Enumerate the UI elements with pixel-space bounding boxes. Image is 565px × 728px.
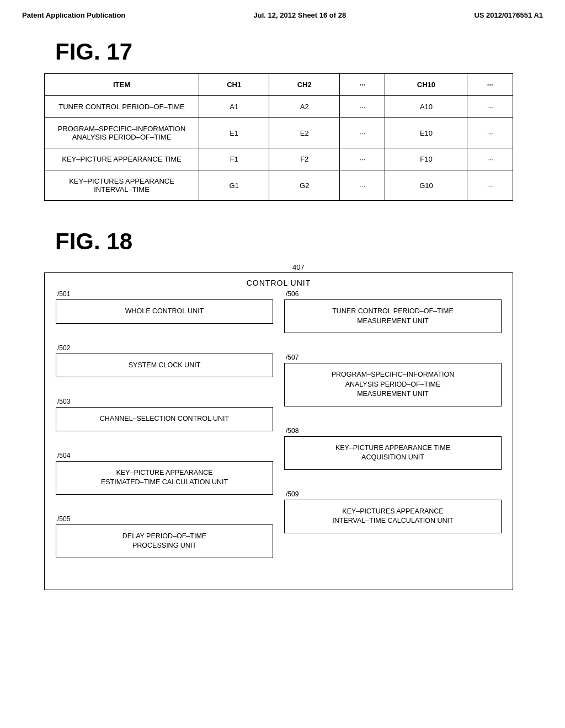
unit-box-504: KEY–PICTURE APPEARANCE ESTIMATED–TIME CA… — [56, 461, 273, 495]
unit-wrapper-508: /508KEY–PICTURE APPEARANCE TIME ACQUISIT… — [284, 427, 502, 477]
cell-r1-c0: PROGRAM–SPECIFIC–INFORMATION ANALYSIS PE… — [45, 118, 199, 148]
fig18-outer-box: CONTROL UNIT /501WHOLE CONTROL UNIT/502S… — [44, 272, 513, 590]
unit-number-508: /508 — [286, 427, 502, 435]
cell-r3-c3: ··· — [339, 170, 385, 201]
unit-box-506: TUNER CONTROL PERIOD–OF–TIME MEASUREMENT… — [284, 299, 502, 333]
cell-r0-c1: A1 — [199, 96, 269, 118]
fig18-section: FIG. 18 407 CONTROL UNIT /501WHOLE CONTR… — [22, 228, 543, 590]
unit-wrapper-506: /506TUNER CONTROL PERIOD–OF–TIME MEASURE… — [284, 290, 502, 340]
table-row: PROGRAM–SPECIFIC–INFORMATION ANALYSIS PE… — [45, 118, 513, 148]
unit-wrapper-501: /501WHOLE CONTROL UNIT — [56, 290, 273, 330]
cell-r0-c3: ··· — [339, 96, 385, 118]
fig18-label-407: 407 — [292, 263, 543, 271]
unit-wrapper-503: /503CHANNEL–SELECTION CONTROL UNIT — [56, 398, 273, 438]
unit-box-505: DELAY PERIOD–OF–TIME PROCESSING UNIT — [56, 524, 273, 558]
fig18-right-column: /506TUNER CONTROL PERIOD–OF–TIME MEASURE… — [284, 290, 502, 579]
control-unit-label: CONTROL UNIT — [45, 273, 513, 290]
fig18-columns: /501WHOLE CONTROL UNIT/502SYSTEM CLOCK U… — [45, 290, 513, 579]
unit-box-502: SYSTEM CLOCK UNIT — [56, 354, 273, 378]
unit-number-502: /502 — [57, 344, 273, 352]
cell-r2-c4: F10 — [385, 148, 467, 170]
table-row: KEY–PICTURES APPEARANCE INTERVAL–TIMEG1G… — [45, 170, 513, 201]
table-row: KEY–PICTURE APPEARANCE TIMEF1F2···F10··· — [45, 148, 513, 170]
col-ch10: CH10 — [385, 74, 467, 96]
cell-r3-c1: G1 — [199, 170, 269, 201]
cell-r2-c1: F1 — [199, 148, 269, 170]
unit-wrapper-504: /504KEY–PICTURE APPEARANCE ESTIMATED–TIM… — [56, 452, 273, 501]
cell-r1-c5: ··· — [467, 118, 513, 148]
unit-box-501: WHOLE CONTROL UNIT — [56, 299, 273, 324]
cell-r1-c2: E2 — [269, 118, 339, 148]
unit-number-505: /505 — [57, 515, 273, 523]
unit-box-503: CHANNEL–SELECTION CONTROL UNIT — [56, 407, 273, 431]
cell-r2-c0: KEY–PICTURE APPEARANCE TIME — [45, 148, 199, 170]
cell-r2-c5: ··· — [467, 148, 513, 170]
unit-wrapper-507: /507PROGRAM–SPECIFIC–INFORMATION ANALYSI… — [284, 354, 502, 413]
table-row: TUNER CONTROL PERIOD–OF–TIMEA1A2···A10··… — [45, 96, 513, 118]
unit-number-504: /504 — [57, 452, 273, 459]
cell-r3-c4: G10 — [385, 170, 467, 201]
col-ch1: CH1 — [199, 74, 269, 96]
table-header-row: ITEM CH1 CH2 ··· CH10 ··· — [45, 74, 513, 96]
col-item: ITEM — [45, 74, 199, 96]
cell-r1-c3: ··· — [339, 118, 385, 148]
cell-r3-c2: G2 — [269, 170, 339, 201]
fig18-title: FIG. 18 — [55, 228, 543, 255]
col-ch2: CH2 — [269, 74, 339, 96]
unit-wrapper-505: /505DELAY PERIOD–OF–TIME PROCESSING UNIT — [56, 515, 273, 565]
cell-r0-c4: A10 — [385, 96, 467, 118]
unit-number-507: /507 — [286, 354, 502, 361]
unit-box-507: PROGRAM–SPECIFIC–INFORMATION ANALYSIS PE… — [284, 363, 502, 406]
fig17-section: FIG. 17 ITEM CH1 CH2 ··· CH10 ··· TUNER … — [22, 39, 543, 201]
col-dots2: ··· — [467, 74, 513, 96]
header-left: Patent Application Publication — [22, 11, 125, 19]
unit-number-506: /506 — [286, 290, 502, 298]
unit-number-503: /503 — [57, 398, 273, 405]
unit-box-509: KEY–PICTURES APPEARANCE INTERVAL–TIME CA… — [284, 500, 502, 533]
cell-r1-c1: E1 — [199, 118, 269, 148]
unit-number-501: /501 — [57, 290, 273, 298]
cell-r0-c2: A2 — [269, 96, 339, 118]
unit-wrapper-502: /502SYSTEM CLOCK UNIT — [56, 344, 273, 384]
fig17-title: FIG. 17 — [55, 39, 543, 65]
col-dots1: ··· — [339, 74, 385, 96]
page-header: Patent Application Publication Jul. 12, … — [22, 11, 543, 22]
cell-r3-c5: ··· — [467, 170, 513, 201]
cell-r2-c3: ··· — [339, 148, 385, 170]
cell-r3-c0: KEY–PICTURES APPEARANCE INTERVAL–TIME — [45, 170, 199, 201]
header-middle: Jul. 12, 2012 Sheet 16 of 28 — [254, 11, 347, 19]
fig17-table: ITEM CH1 CH2 ··· CH10 ··· TUNER CONTROL … — [44, 73, 513, 201]
fig18-left-column: /501WHOLE CONTROL UNIT/502SYSTEM CLOCK U… — [56, 290, 273, 579]
unit-wrapper-509: /509KEY–PICTURES APPEARANCE INTERVAL–TIM… — [284, 490, 502, 540]
unit-box-508: KEY–PICTURE APPEARANCE TIME ACQUISITION … — [284, 436, 502, 470]
cell-r0-c5: ··· — [467, 96, 513, 118]
unit-number-509: /509 — [286, 490, 502, 498]
header-right: US 2012/0176551 A1 — [474, 11, 543, 19]
cell-r1-c4: E10 — [385, 118, 467, 148]
cell-r0-c0: TUNER CONTROL PERIOD–OF–TIME — [45, 96, 199, 118]
cell-r2-c2: F2 — [269, 148, 339, 170]
